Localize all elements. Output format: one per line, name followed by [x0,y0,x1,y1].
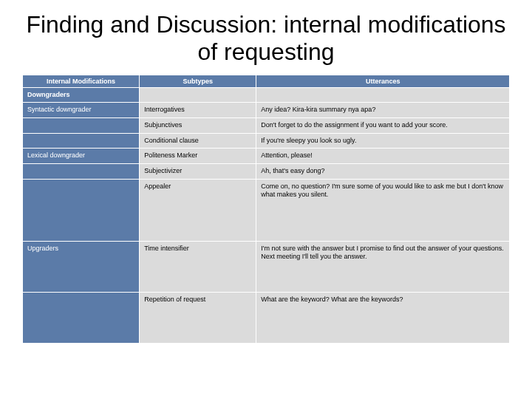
cell-subtype: Appealer [140,179,256,241]
cell-utterance: Come on, no question? I'm sure some of y… [256,179,510,241]
category-downgraders: Downgraders [23,87,140,103]
cell-empty [23,133,140,149]
table-row: Repetition of request What are the keywo… [23,292,510,343]
cell-utterance: Attention, please! [256,149,510,164]
col-header-utterances: Utterances [256,75,510,87]
table-row: Lexical downgrader Politeness Marker Att… [23,149,510,164]
cell-subtype: Conditional clause [140,133,256,149]
cell-subtype: Repetition of request [140,292,256,343]
slide-title: Finding and Discussion: internal modific… [22,11,510,66]
category-lexical: Lexical downgrader [23,149,140,164]
cell-empty [256,87,510,103]
category-upgraders: Upgraders [23,241,140,292]
cell-utterance: If you're sleepy you look so ugly. [256,133,510,149]
cell-empty [140,87,256,103]
cell-empty [23,117,140,133]
category-syntactic: Syntactic downgrader [23,103,140,118]
cell-utterance: I'm not sure with the answer but I promi… [256,241,510,292]
cell-subtype: Interrogatives [140,103,256,118]
cell-empty [23,292,140,343]
cell-utterance: Ah, that's easy dong? [256,164,510,180]
cell-utterance: What are the keyword? What are the keywo… [256,292,510,343]
table-row: Subjectivizer Ah, that's easy dong? [23,164,510,180]
table-row: Conditional clause If you're sleepy you … [23,133,510,149]
cell-subtype: Subjectivizer [140,164,256,180]
cell-subtype: Politeness Marker [140,149,256,164]
cell-empty [23,164,140,180]
col-header-modifications: Internal Modifications [23,75,140,87]
table-row: Downgraders [23,87,510,103]
cell-empty [23,179,140,241]
cell-subtype: Time intensifier [140,241,256,292]
cell-utterance: Any idea? Kira-kira summary nya apa? [256,103,510,118]
slide: Finding and Discussion: internal modific… [0,0,532,358]
cell-subtype: Subjunctives [140,117,256,133]
table-row: Appealer Come on, no question? I'm sure … [23,179,510,241]
table-row: Subjunctives Don't forget to do the assi… [23,117,510,133]
modifications-table: Internal Modifications Subtypes Utteranc… [22,75,510,344]
table-header-row: Internal Modifications Subtypes Utteranc… [23,75,510,87]
cell-utterance: Don't forget to do the assignment if you… [256,117,510,133]
col-header-subtypes: Subtypes [140,75,256,87]
table-row: Upgraders Time intensifier I'm not sure … [23,241,510,292]
table-row: Syntactic downgrader Interrogatives Any … [23,103,510,118]
